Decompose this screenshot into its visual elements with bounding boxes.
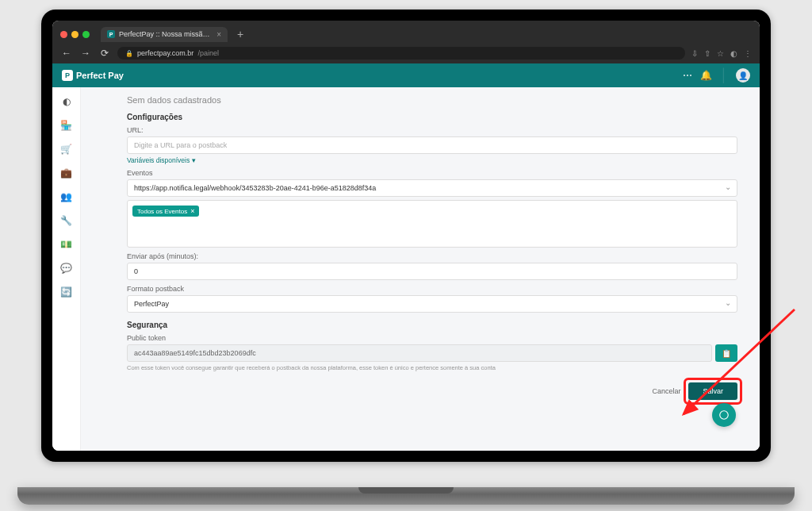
briefcase-icon[interactable]: 💼 xyxy=(59,165,75,181)
cart-icon[interactable]: 🛒 xyxy=(59,141,75,157)
maximize-window-icon[interactable] xyxy=(82,31,90,38)
bell-icon[interactable]: 🔔 xyxy=(700,70,712,81)
tab-favicon-icon: P xyxy=(107,30,115,38)
variables-link[interactable]: Variáveis disponíveis ▾ xyxy=(127,156,196,164)
menu-icon[interactable]: ⋮ xyxy=(744,49,752,58)
install-icon[interactable]: ⇩ xyxy=(691,49,698,58)
shop-icon[interactable]: 🏪 xyxy=(59,117,75,133)
tab-title: PerfectPay :: Nossa missão é faze... xyxy=(119,30,213,38)
users-icon[interactable]: 👥 xyxy=(59,189,75,205)
profile-icon[interactable]: ◐ xyxy=(730,49,737,58)
new-tab-button[interactable]: + xyxy=(232,28,248,40)
config-section-title: Configurações xyxy=(127,113,737,121)
help-fab[interactable] xyxy=(712,403,736,427)
browser-chrome: P PerfectPay :: Nossa missão é faze... ×… xyxy=(52,21,760,63)
cash-icon[interactable]: 💵 xyxy=(59,236,75,252)
save-button[interactable]: Salvar xyxy=(688,382,737,400)
chat-icon[interactable]: 💬 xyxy=(59,260,75,276)
more-icon[interactable]: ⋯ xyxy=(683,70,692,81)
url-path: /painel xyxy=(197,49,219,57)
wrench-icon[interactable]: 🔧 xyxy=(59,213,75,229)
reload-button[interactable]: ⟳ xyxy=(98,48,111,59)
window-controls xyxy=(60,31,90,38)
back-button[interactable]: ← xyxy=(60,48,73,59)
header-divider: │ xyxy=(720,68,728,83)
avatar[interactable]: 👤 xyxy=(736,68,750,83)
url-host: perfectpay.com.br xyxy=(137,49,193,57)
url-label: URL: xyxy=(127,126,737,134)
refresh-icon[interactable]: 🔄 xyxy=(59,284,75,300)
url-input[interactable] xyxy=(127,136,737,154)
copy-token-button[interactable]: 📋 xyxy=(715,344,737,362)
brand-logo[interactable]: P Perfect Pay xyxy=(62,70,124,81)
events-select[interactable] xyxy=(127,179,737,197)
share-icon[interactable]: ⇧ xyxy=(704,49,710,58)
page-title: Sem dados cadastrados xyxy=(127,95,737,105)
token-label: Public token xyxy=(127,334,737,342)
remove-tag-icon[interactable]: × xyxy=(190,207,194,215)
sidebar: ◐ 🏪 🛒 💼 👥 🔧 💵 💬 🔄 xyxy=(52,87,81,451)
bookmark-icon[interactable]: ☆ xyxy=(717,49,724,58)
close-tab-icon[interactable]: × xyxy=(216,30,221,39)
event-tag: Todos os Eventos × xyxy=(132,206,199,217)
minimize-window-icon[interactable] xyxy=(71,31,79,38)
browser-tab[interactable]: P PerfectPay :: Nossa missão é faze... × xyxy=(101,27,228,42)
delay-input[interactable] xyxy=(127,263,737,280)
format-label: Formato postback xyxy=(127,285,737,293)
cancel-button[interactable]: Cancelar xyxy=(652,387,680,395)
token-hint: Com esse token você consegue garantir qu… xyxy=(127,364,737,371)
events-label: Eventos xyxy=(127,169,737,177)
lock-icon: 🔒 xyxy=(125,50,133,57)
logo-icon: P xyxy=(62,70,73,81)
events-tag-box[interactable]: Todos os Eventos × xyxy=(127,200,737,248)
app-header: P Perfect Pay ⋯ 🔔 │ 👤 xyxy=(52,63,760,87)
format-select[interactable] xyxy=(127,295,737,313)
token-input[interactable] xyxy=(127,344,712,362)
security-section-title: Segurança xyxy=(127,321,737,329)
delay-label: Enviar após (minutos): xyxy=(127,252,737,260)
address-bar[interactable]: 🔒 perfectpay.com.br/painel xyxy=(117,47,685,60)
main-content: Sem dados cadastrados Configurações URL:… xyxy=(81,87,760,451)
close-window-icon[interactable] xyxy=(60,31,67,38)
gauge-icon[interactable]: ◐ xyxy=(59,94,75,110)
svg-point-0 xyxy=(720,411,729,420)
forward-button[interactable]: → xyxy=(79,48,92,59)
